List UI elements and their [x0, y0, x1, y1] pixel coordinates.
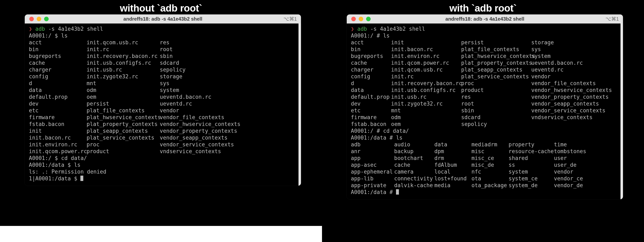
terminal-body-right[interactable]: ❯ adb -s 4a1e43b2 shell A0001:/ # ls acc… — [347, 24, 623, 199]
list-item: vendor_service_contexts — [160, 141, 294, 148]
list-item: vendor_de — [554, 182, 616, 189]
terminal-window-right: andreffs18: adb -s 4a1e43b2 shell ⌥⌘1 ❯ … — [347, 14, 623, 199]
list-item: vendor — [531, 73, 616, 80]
list-item: res — [461, 94, 531, 100]
list-item: charger — [351, 66, 391, 73]
minimize-icon[interactable] — [359, 17, 363, 21]
list-item: dev — [351, 100, 391, 107]
list-item: init.zygote32.rc — [86, 73, 160, 80]
list-item: plat_property_contexts — [86, 121, 160, 128]
list-item: dev — [29, 100, 86, 107]
panel-without-root: without `adb root` andreffs18: adb -s 4a… — [0, 0, 322, 242]
list-item: odm — [86, 87, 160, 94]
list-item: ss — [508, 162, 554, 168]
list-item: plat_service_contexts — [461, 73, 531, 80]
list-item: bin — [29, 46, 86, 53]
ls-output-root: acctinit.qcom.usb.rcresbininit.rcrootbug… — [29, 39, 294, 155]
list-item: vendor — [554, 168, 616, 175]
list-item: app — [351, 155, 394, 162]
zoom-icon[interactable] — [366, 17, 371, 21]
shell-prompt: A0001:/data # — [351, 189, 616, 196]
titlebar-right: andreffs18: adb -s 4a1e43b2 shell ⌥⌘1 — [347, 14, 623, 24]
list-item: etc — [351, 107, 391, 114]
list-item: app-private — [351, 182, 394, 189]
list-item: product — [86, 148, 160, 155]
shell-error: ls: .: Permission denied — [29, 168, 294, 175]
list-item: vendor_seapp_contexts — [160, 134, 294, 141]
list-item: plat_hwservice_contexts — [86, 114, 160, 121]
terminal-body-left[interactable]: ❯ adb -s 4a1e43b2 shell A0001:/ $ ls acc… — [25, 24, 301, 186]
list-item: oem — [391, 121, 461, 128]
list-item: init.qcom.power.rc — [391, 60, 461, 66]
list-item: default.prop — [29, 94, 86, 100]
list-item: ueventd.bacon.rc — [160, 94, 294, 100]
list-item: vendor_ce — [554, 175, 616, 182]
list-item: init.rc — [391, 73, 461, 80]
traffic-lights — [25, 17, 49, 21]
list-item: vendor_property_contexts — [160, 128, 294, 134]
list-item: nfc — [472, 168, 508, 175]
list-item: fstab.bacon — [351, 121, 391, 128]
list-item: backup — [394, 148, 434, 155]
list-item: bugreports — [29, 53, 86, 60]
zoom-icon[interactable] — [44, 17, 49, 21]
list-item: plat_file_contexts — [461, 46, 531, 53]
list-item: plat_seapp_contexts — [461, 66, 531, 73]
list-item: persist — [86, 100, 160, 107]
shell-output: A0001:/data $ ls — [29, 162, 294, 168]
list-item: plat_service_contexts — [86, 134, 160, 141]
shell-output: A0001:/ # cd data/ — [351, 128, 616, 134]
shell-output: A0001:/data # ls — [351, 134, 616, 141]
list-item: sepolicy — [160, 66, 294, 73]
list-item: oem — [86, 94, 160, 100]
window-title: andreffs18: adb -s 4a1e43b2 shell — [25, 16, 301, 22]
list-item: vendor_file_contexts — [160, 114, 294, 121]
list-item: config — [29, 73, 86, 80]
cursor-icon — [80, 176, 83, 181]
list-item: plat_seapp_contexts — [86, 128, 160, 134]
list-item: media — [434, 182, 472, 189]
list-item: shared — [508, 155, 554, 162]
list-item: firmware — [29, 114, 86, 121]
list-item: fdAlbum — [434, 162, 472, 168]
list-item: ueventd.rc — [531, 66, 616, 73]
list-item: system_ce — [508, 175, 554, 182]
list-item: init.usb.rc — [86, 66, 160, 73]
window-shortcut: ⌥⌘1 — [606, 16, 619, 22]
shell-command: ❯ adb -s 4a1e43b2 shell — [351, 26, 616, 32]
list-item: sdcard — [160, 60, 294, 66]
list-item: anr — [351, 148, 394, 155]
list-item: init — [29, 128, 86, 134]
terminal-window-left: andreffs18: adb -s 4a1e43b2 shell ⌥⌘1 ❯ … — [25, 14, 301, 186]
list-item: system — [508, 168, 554, 175]
list-item: app-asec — [351, 162, 394, 168]
list-item: drm — [434, 155, 472, 162]
list-item: data — [434, 141, 472, 148]
list-item: sepolicy — [461, 121, 531, 128]
close-icon[interactable] — [29, 17, 34, 21]
list-item: misc — [472, 148, 508, 155]
close-icon[interactable] — [351, 17, 356, 21]
list-item: init.environ.rc — [29, 141, 86, 148]
list-item: storage — [531, 39, 616, 46]
list-item: persist — [461, 39, 531, 46]
list-item: vndservice_contexts — [160, 148, 294, 155]
list-item: acct — [351, 39, 391, 46]
list-item: ueventd.rc — [160, 100, 294, 107]
list-item: fstab.bacon — [29, 121, 86, 128]
list-item: vendor_service_contexts — [531, 107, 616, 114]
traffic-lights — [347, 17, 371, 21]
minimize-icon[interactable] — [37, 17, 41, 21]
list-item: vendor_hwservice_contexts — [531, 87, 616, 94]
list-item: init.rc — [86, 46, 160, 53]
list-item: resource-cache — [508, 148, 554, 155]
shell-output: A0001:/ $ cd data/ — [29, 155, 294, 162]
list-item: storage — [160, 73, 294, 80]
list-item: cache — [351, 60, 391, 66]
list-item: ueventd.bacon.rc — [531, 60, 616, 66]
list-item: misc_de — [472, 162, 508, 168]
list-item: dalvik-cache — [394, 182, 434, 189]
list-item: config — [351, 73, 391, 80]
list-item: init.qcom.usb.rc — [391, 66, 461, 73]
window-title: andreffs18: adb -s 4a1e43b2 shell — [347, 16, 623, 22]
